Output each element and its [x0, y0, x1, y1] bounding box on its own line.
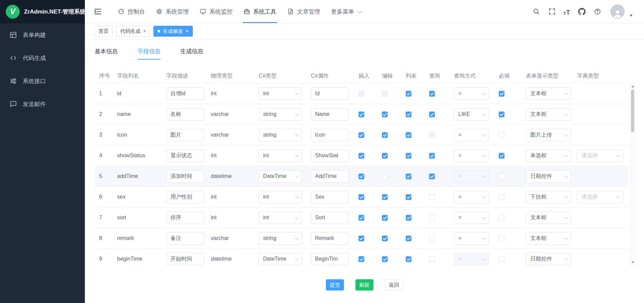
query-method-select[interactable]: =	[454, 191, 489, 203]
checkbox[interactable]	[382, 132, 388, 138]
caret-down-icon[interactable]	[630, 15, 632, 17]
refresh-button[interactable]: 刷新	[355, 279, 373, 290]
nav-system-tools[interactable]: 系统工具	[238, 0, 282, 23]
back-button[interactable]: 返回	[385, 279, 403, 290]
sidebar-item-code-generation[interactable]: 代码生成	[0, 46, 85, 69]
description-input[interactable]	[166, 170, 204, 183]
display-type-select[interactable]: 单选框	[526, 149, 571, 162]
csharp-property-input[interactable]	[311, 211, 349, 224]
search-icon[interactable]	[532, 8, 540, 16]
csharp-type-select[interactable]: string	[259, 129, 302, 141]
checkbox[interactable]	[358, 215, 364, 221]
display-type-select[interactable]: 文本框	[526, 108, 571, 121]
checkbox[interactable]	[406, 194, 411, 200]
query-method-select[interactable]: LIKE	[454, 108, 489, 121]
checkbox[interactable]	[406, 215, 411, 221]
display-type-select[interactable]: 文本框	[526, 232, 571, 245]
checkbox[interactable]	[499, 256, 504, 262]
checkbox[interactable]	[382, 112, 388, 117]
help-icon[interactable]	[593, 8, 601, 16]
csharp-type-select[interactable]: int	[259, 191, 302, 203]
nav-system-monitor[interactable]: 系统监控	[194, 0, 238, 23]
csharp-property-input[interactable]	[311, 170, 349, 183]
close-icon[interactable]: ×	[143, 28, 146, 34]
checkbox[interactable]	[382, 174, 388, 179]
avatar[interactable]	[610, 4, 625, 19]
checkbox[interactable]	[406, 174, 411, 179]
tab-generate-info[interactable]: 生成信息	[180, 48, 203, 60]
tag-code-generation[interactable]: 代码生成×	[116, 26, 150, 37]
dict-type-select[interactable]: 请选择	[577, 149, 623, 162]
submit-button[interactable]: 提交	[326, 279, 344, 290]
sidebar-item-system-api[interactable]: 系统接口	[0, 69, 85, 93]
query-method-select[interactable]: =	[454, 87, 489, 100]
description-input[interactable]	[166, 108, 204, 121]
github-icon[interactable]	[578, 8, 586, 16]
checkbox[interactable]	[382, 153, 388, 159]
checkbox[interactable]	[499, 112, 504, 117]
csharp-property-input[interactable]	[311, 191, 349, 203]
checkbox[interactable]	[429, 194, 435, 200]
scroll-up-icon[interactable]	[631, 85, 634, 87]
checkbox[interactable]	[429, 256, 435, 262]
csharp-type-select[interactable]: string	[259, 108, 302, 121]
scroll-down-icon[interactable]	[631, 261, 634, 263]
csharp-property-input[interactable]	[311, 87, 349, 100]
checkbox[interactable]	[499, 174, 504, 179]
checkbox[interactable]	[406, 132, 411, 138]
checkbox[interactable]	[406, 112, 411, 117]
checkbox[interactable]	[358, 132, 364, 138]
checkbox[interactable]	[382, 236, 388, 241]
scrollbar-thumb[interactable]	[631, 89, 634, 132]
checkbox[interactable]	[429, 215, 435, 221]
checkbox[interactable]	[406, 91, 411, 97]
description-input[interactable]	[166, 253, 204, 265]
checkbox[interactable]	[382, 256, 388, 262]
csharp-type-select[interactable]: DateTime	[259, 170, 302, 183]
checkbox[interactable]	[499, 236, 504, 241]
checkbox[interactable]	[358, 194, 364, 200]
checkbox[interactable]	[382, 194, 388, 200]
sidebar-item-send-mail[interactable]: 发送邮件	[0, 93, 85, 116]
csharp-property-input[interactable]	[311, 129, 349, 141]
description-input[interactable]	[166, 191, 204, 203]
checkbox[interactable]	[429, 112, 435, 117]
nav-more-menu[interactable]: 更多菜单	[326, 0, 367, 23]
display-type-select[interactable]: 文本框	[526, 211, 571, 224]
csharp-property-input[interactable]	[311, 108, 349, 121]
checkbox[interactable]	[358, 256, 364, 262]
nav-system-manage[interactable]: 系统管理	[150, 0, 194, 23]
checkbox[interactable]	[429, 236, 435, 241]
checkbox[interactable]	[358, 112, 364, 117]
display-type-select[interactable]: 下拉框	[526, 191, 571, 203]
checkbox[interactable]	[406, 256, 411, 262]
checkbox[interactable]	[499, 91, 504, 97]
query-method-select[interactable]: =	[454, 129, 489, 141]
query-method-select[interactable]: =	[454, 211, 489, 224]
checkbox[interactable]	[499, 153, 504, 159]
csharp-type-select[interactable]: DateTime	[259, 253, 302, 265]
csharp-type-select[interactable]: int	[259, 211, 302, 224]
table-scrollbar[interactable]	[630, 83, 635, 265]
csharp-property-input[interactable]	[311, 232, 349, 245]
checkbox[interactable]	[358, 153, 364, 159]
description-input[interactable]	[166, 129, 204, 141]
description-input[interactable]	[166, 149, 204, 162]
tab-field-info[interactable]: 字段信息	[137, 48, 161, 60]
checkbox[interactable]	[499, 215, 504, 221]
query-method-select[interactable]: =	[454, 232, 489, 245]
csharp-type-select[interactable]: int	[259, 149, 302, 162]
checkbox[interactable]	[499, 194, 504, 200]
checkbox[interactable]	[406, 236, 411, 241]
sidebar-collapse-icon[interactable]	[93, 7, 102, 16]
checkbox[interactable]	[429, 91, 435, 97]
tab-basic-info[interactable]: 基本信息	[95, 48, 118, 60]
sidebar-item-form-builder[interactable]: 表单构建	[0, 23, 85, 46]
dict-type-select[interactable]: 请选择	[577, 191, 623, 203]
font-size-icon[interactable]: TT	[564, 8, 570, 16]
display-type-select[interactable]: 文本框	[526, 87, 571, 100]
csharp-type-select[interactable]: string	[259, 232, 302, 245]
nav-console[interactable]: 控制台	[112, 0, 150, 23]
tag-generate-edit[interactable]: 生成修改×	[153, 26, 192, 37]
query-method-select[interactable]: =	[454, 149, 489, 162]
